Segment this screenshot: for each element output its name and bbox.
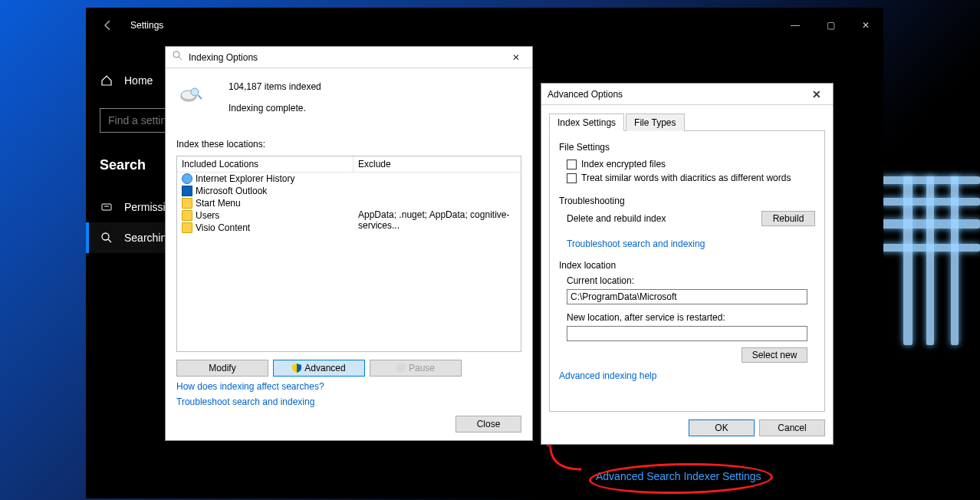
exclude-value [354, 197, 521, 209]
col-exclude: Exclude [354, 156, 521, 172]
table-row[interactable]: Microsoft Outlook [177, 185, 521, 197]
encrypted-checkbox-row[interactable]: Index encrypted files [567, 159, 815, 169]
file-settings-label: File Settings [559, 142, 815, 153]
tab-panel: File Settings Index encrypted files Trea… [549, 131, 825, 412]
checkbox-icon[interactable] [567, 173, 577, 183]
locations-list[interactable]: Included Locations Exclude Internet Expl… [176, 156, 521, 352]
table-row[interactable]: Start Menu [177, 197, 521, 209]
ie-icon [182, 173, 192, 184]
maximize-button[interactable]: ▢ [813, 13, 848, 38]
table-row[interactable]: Internet Explorer History [177, 173, 521, 185]
advanced-button[interactable]: Advanced [273, 360, 365, 377]
close-icon[interactable]: ✕ [505, 50, 528, 65]
new-location-label: New location, after service is restarted… [567, 312, 815, 323]
troubleshoot-link[interactable]: Troubleshoot search and indexing [176, 396, 521, 407]
close-button[interactable]: Close [455, 416, 521, 433]
shield-icon [292, 363, 301, 373]
current-location-path: C:\ProgramData\Microsoft [567, 289, 807, 304]
diacritics-checkbox-row[interactable]: Treat similar words with diacritics as d… [567, 173, 815, 183]
advanced-titlebar: Advanced Options ✕ [541, 84, 833, 105]
delete-rebuild-label: Delete and rebuild index [567, 213, 666, 224]
window-controls: — ▢ ✕ [778, 13, 883, 38]
tab-strip: Index Settings File Types [549, 113, 825, 131]
encrypted-label: Index encrypted files [581, 159, 666, 169]
rebuild-button[interactable]: Rebuild [761, 211, 815, 226]
location-name: Users [196, 210, 219, 221]
location-name: Internet Explorer History [196, 173, 294, 184]
ok-button[interactable]: OK [689, 419, 755, 436]
tab-index-settings[interactable]: Index Settings [549, 113, 624, 131]
shield-icon [396, 363, 406, 373]
permissions-icon [100, 200, 113, 214]
tab-file-types[interactable]: File Types [626, 113, 684, 131]
indexing-status: Indexing complete. [229, 103, 321, 113]
troubleshoot-link[interactable]: Troubleshoot search and indexing [567, 238, 815, 249]
back-arrow-icon[interactable] [101, 18, 115, 32]
advanced-title: Advanced Options [548, 89, 623, 100]
settings-titlebar: Settings — ▢ ✕ [86, 8, 883, 42]
minimize-button[interactable]: — [778, 13, 813, 38]
folder-icon [182, 222, 192, 233]
troubleshooting-label: Troubleshooting [559, 196, 815, 206]
index-lens-icon [176, 83, 206, 112]
locations-label: Index these locations: [176, 139, 521, 150]
locations-header: Included Locations Exclude [177, 156, 521, 173]
home-label: Home [124, 74, 153, 87]
indexing-options-dialog: Indexing Options ✕ 104,187 items indexed… [165, 46, 533, 441]
current-location-label: Current location: [567, 275, 815, 286]
indexing-title: Indexing Options [189, 52, 258, 63]
svg-rect-0 [102, 204, 111, 210]
folder-icon [182, 210, 192, 221]
indexing-titlebar: Indexing Options ✕ [166, 47, 532, 68]
advanced-options-dialog: Advanced Options ✕ Index Settings File T… [541, 83, 834, 445]
settings-title: Settings [130, 20, 163, 31]
select-new-button[interactable]: Select new [742, 347, 807, 363]
search-icon [100, 231, 113, 245]
windows-logo-beams [880, 176, 980, 345]
svg-point-1 [102, 233, 109, 240]
cancel-button[interactable]: Cancel [759, 419, 825, 436]
exclude-value [354, 185, 521, 197]
modify-button[interactable]: Modify [176, 360, 268, 377]
location-name: Microsoft Outlook [196, 186, 267, 196]
table-row[interactable]: Visio Content [177, 222, 521, 234]
indexing-affect-link[interactable]: How does indexing affect searches? [176, 381, 521, 392]
pause-button: Pause [370, 360, 462, 377]
items-indexed: 104,187 items indexed [229, 81, 321, 92]
svg-point-5 [191, 88, 199, 96]
advanced-indexing-help-link[interactable]: Advanced indexing help [559, 370, 815, 381]
close-icon[interactable]: ✕ [805, 87, 828, 102]
diacritics-label: Treat similar words with diacritics as d… [581, 173, 791, 183]
col-included: Included Locations [177, 156, 354, 172]
exclude-value: AppData; .nuget; AppData; cognitive-serv… [354, 209, 521, 222]
location-name: Visio Content [196, 222, 250, 233]
new-location-path [567, 326, 807, 341]
exclude-value [354, 222, 521, 234]
magnifier-icon [172, 50, 184, 64]
checkbox-icon[interactable] [567, 160, 577, 169]
index-location-label: Index location [559, 260, 815, 271]
location-name: Start Menu [196, 198, 241, 209]
close-button[interactable]: ✕ [848, 13, 883, 38]
annotation-circle [589, 462, 774, 495]
home-icon [100, 74, 113, 87]
svg-point-2 [173, 51, 179, 58]
outlook-icon [182, 186, 192, 196]
table-row[interactable]: UsersAppData; .nuget; AppData; cognitive… [177, 209, 521, 222]
folder-icon [182, 198, 192, 209]
exclude-value [354, 173, 521, 185]
